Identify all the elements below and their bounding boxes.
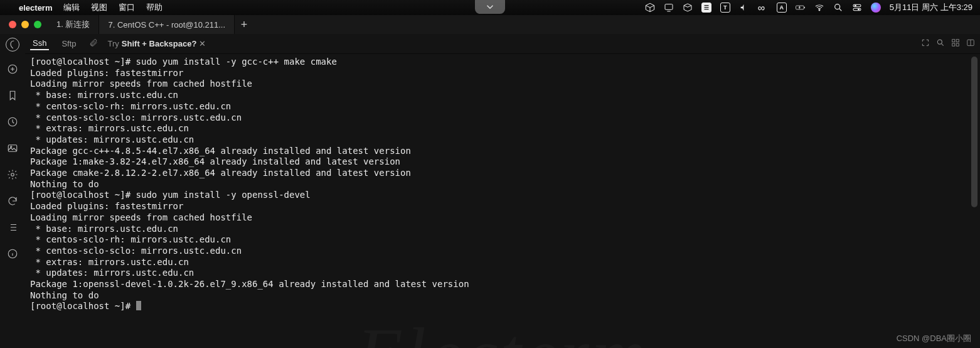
terminal-line: Nothing to do — [30, 179, 975, 190]
tab-label: 1. 新连接 — [56, 19, 90, 30]
terminal-output[interactable]: [root@localhost ~]# sudo yum install -y … — [25, 54, 980, 348]
siri-icon[interactable] — [871, 3, 881, 13]
shortcut-hint: Try Shift + Backspace? ✕ — [108, 39, 206, 48]
attachment-icon[interactable] — [89, 38, 98, 49]
terminal-line: Package 1:make-3.82-24.el7.x86_64 alread… — [30, 156, 975, 168]
fullscreen-window-button[interactable] — [34, 21, 41, 28]
svg-rect-17 — [956, 40, 959, 42]
svg-point-7 — [855, 5, 856, 6]
screen-icon[interactable] — [664, 3, 674, 13]
terminal-line: [root@localhost ~]# — [30, 301, 975, 312]
box-icon[interactable] — [683, 3, 693, 13]
new-tab-button[interactable]: + — [235, 15, 253, 34]
terminal-line: [root@localhost ~]# sudo yum install -y … — [30, 190, 975, 201]
split-icon[interactable] — [966, 38, 975, 49]
logo-icon[interactable] — [6, 38, 19, 52]
tab-centos[interactable]: 7. CentOS C++ - root@10.211... — [99, 15, 235, 34]
terminal-line: * centos-sclo-rh: mirrors.ustc.edu.cn — [30, 234, 975, 246]
terminal-line: Package cmake-2.8.12.2-2.el7.x86_64 alre… — [30, 168, 975, 179]
terminal-line: * base: mirrors.ustc.edu.cn — [30, 224, 975, 235]
terminal-line: * centos-sclo-sclo: mirrors.ustc.edu.cn — [30, 112, 975, 124]
svg-rect-11 — [8, 145, 17, 152]
svg-rect-0 — [665, 4, 673, 10]
wifi-icon[interactable] — [814, 3, 824, 13]
session-subtabs: Ssh Sftp Try Shift + Backspace? ✕ — [25, 34, 980, 54]
terminal-line: Loading mirror speeds from cached hostfi… — [30, 212, 975, 224]
sync-icon[interactable] — [4, 192, 21, 210]
app-name[interactable]: electerm — [19, 3, 52, 13]
terminal-line: Loading mirror speeds from cached hostfi… — [30, 79, 975, 90]
svg-point-8 — [858, 9, 859, 10]
menu-help[interactable]: 帮助 — [146, 2, 162, 13]
svg-rect-19 — [956, 43, 959, 46]
battery-icon[interactable] — [796, 3, 806, 13]
terminal-line: * centos-sclo-sclo: mirrors.ustc.edu.cn — [30, 246, 975, 257]
tab-label: 7. CentOS C++ - root@10.211... — [108, 20, 225, 30]
svg-point-12 — [11, 146, 12, 148]
t-icon[interactable]: T — [720, 3, 730, 13]
sidebar — [0, 34, 25, 348]
subtab-sftp[interactable]: Sftp — [59, 38, 78, 50]
terminal-scrollbar[interactable] — [970, 57, 979, 345]
mac-datetime[interactable]: 5月11日 周六 上午3:29 — [890, 2, 972, 13]
svg-rect-2 — [804, 7, 804, 8]
mac-dropdown-arrow[interactable] — [475, 0, 505, 14]
svg-point-4 — [834, 4, 839, 9]
terminal-line: * centos-sclo-rh: mirrors.ustc.edu.cn — [30, 101, 975, 112]
terminal-line: Package gcc-c++-4.8.5-44.el7.x86_64 alre… — [30, 146, 975, 157]
tab-new-connection[interactable]: 1. 新连接 — [48, 15, 99, 34]
try-label: Try — [108, 39, 119, 48]
cube-icon[interactable] — [645, 3, 655, 13]
settings-icon[interactable] — [4, 166, 21, 183]
menu-view[interactable]: 视图 — [91, 2, 107, 13]
control-center-icon[interactable] — [852, 3, 862, 13]
terminal-line: Package 1:openssl-devel-1.0.2k-26.el7_9.… — [30, 279, 975, 290]
close-window-button[interactable] — [9, 21, 16, 28]
terminal-line: * extras: mirrors.ustc.edu.cn — [30, 257, 975, 268]
infinity-icon[interactable]: ∞ — [758, 3, 768, 13]
list-icon[interactable] — [4, 219, 21, 236]
grid-icon[interactable] — [951, 38, 960, 49]
terminal-line: * updates: mirrors.ustc.edu.cn — [30, 268, 975, 279]
terminal-line: [root@localhost ~]# sudo yum install -y … — [30, 57, 975, 68]
svg-rect-18 — [952, 43, 955, 46]
add-icon[interactable] — [4, 60, 21, 78]
tabs-bar: 1. 新连接 7. CentOS C++ - root@10.211... + — [0, 15, 980, 34]
try-keys: Shift + Backspace? — [122, 39, 197, 48]
history-icon[interactable] — [4, 113, 21, 131]
input-method-icon[interactable]: A — [777, 3, 787, 13]
terminal-line: Loaded plugins: fastestmirror — [30, 68, 975, 79]
image-icon[interactable] — [4, 139, 21, 157]
terminal-line: * extras: mirrors.ustc.edu.cn — [30, 123, 975, 134]
search-icon[interactable] — [936, 38, 945, 49]
notify-icon[interactable] — [739, 3, 749, 13]
fullscreen-icon[interactable] — [921, 38, 930, 49]
hint-close-icon[interactable]: ✕ — [199, 39, 206, 48]
svg-point-13 — [11, 173, 14, 177]
spotlight-icon[interactable] — [833, 3, 843, 13]
window-controls — [3, 15, 48, 34]
svg-point-3 — [819, 9, 820, 11]
terminal-cursor — [136, 301, 141, 310]
csdn-watermark: CSDN @DBA圈小圈 — [897, 333, 971, 344]
subtab-ssh[interactable]: Ssh — [30, 37, 49, 50]
svg-rect-16 — [952, 40, 955, 42]
menu-window[interactable]: 窗口 — [119, 2, 135, 13]
svg-point-15 — [937, 40, 942, 44]
terminal-line: Nothing to do — [30, 290, 975, 302]
bookmark-icon[interactable] — [4, 87, 21, 104]
terminal-line: * base: mirrors.ustc.edu.cn — [30, 90, 975, 101]
menu-edit[interactable]: 编辑 — [63, 2, 80, 13]
info-icon[interactable] — [4, 245, 21, 263]
terminal-line: Loaded plugins: fastestmirror — [30, 201, 975, 212]
square-app-icon[interactable]: ☰ — [701, 3, 711, 13]
terminal-line: * updates: mirrors.ustc.edu.cn — [30, 134, 975, 146]
minimize-window-button[interactable] — [21, 21, 29, 28]
